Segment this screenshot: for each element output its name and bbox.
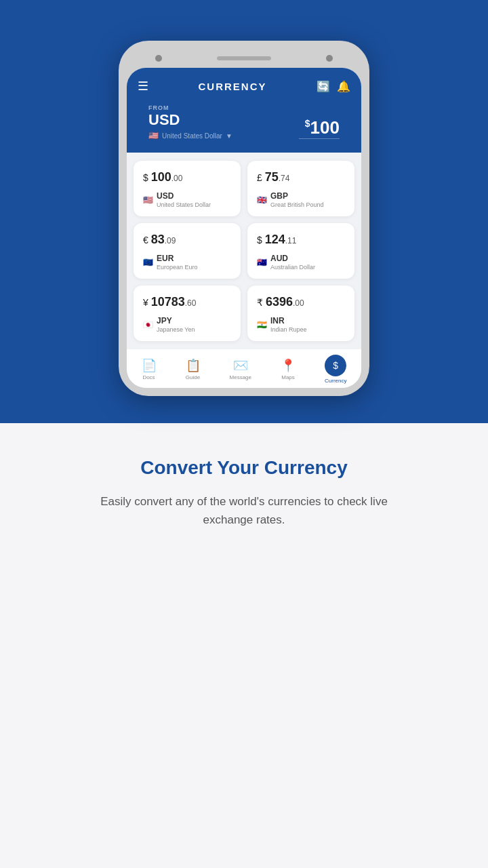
currency-decimal: .11 [285,236,297,245]
currency-value: £ 75.74 [257,170,345,184]
notification-icon[interactable]: 🔔 [337,80,350,93]
currency-card[interactable]: € 83.09 🇪🇺 EUR European Euro [134,223,241,279]
currency-flag: 🇺🇸 [143,195,153,205]
currency-whole: 6396 [266,295,293,309]
currency-info: USD United States Dollar [157,191,211,208]
from-flag: 🇺🇸 [148,131,159,140]
currency-symbol: £ [257,172,265,183]
phone-speaker [217,56,271,60]
currency-code: USD [157,191,211,201]
top-section: ☰ CURRENCY 🔄 🔔 FROM USD 🇺🇸 [0,0,488,423]
currency-symbol: ¥ [143,297,151,308]
currency-flag-row: 🇺🇸 USD United States Dollar [143,191,231,208]
nav-item-docs[interactable]: 📄 Docs [142,358,157,380]
currency-card[interactable]: ₹ 6396.00 🇮🇳 INR Indian Rupee [247,285,354,341]
currency-flag: 🇯🇵 [143,320,153,330]
currency-value: € 83.09 [143,233,231,247]
currency-flag-row: 🇮🇳 INR Indian Rupee [257,316,345,333]
nav-label-message: Message [230,374,251,380]
currency-whole: 83 [151,233,165,246]
currency-flag: 🇦🇺 [257,258,267,267]
currency-code: EUR [157,254,198,263]
currency-whole: 10783 [151,295,185,309]
from-amount-value: 100 [310,117,340,138]
phone-top-bar [127,49,361,68]
currency-whole: 124 [265,233,285,246]
app-title: CURRENCY [198,81,266,92]
currency-code: AUD [270,254,315,263]
nav-item-maps[interactable]: 📍 Maps [281,358,296,380]
currency-symbol: $ [257,235,265,245]
header-icons: 🔄 🔔 [317,80,350,93]
currency-code: INR [270,316,307,326]
currency-card[interactable]: $ 124.11 🇦🇺 AUD Australian Dollar [247,223,354,279]
bottom-nav: 📄 Docs 📋 Guide ✉️ Message 📍 Maps $ Curre… [127,349,361,388]
currency-value: $ 100.00 [143,170,231,184]
currency-whole: 100 [151,170,171,184]
app-header: ☰ CURRENCY 🔄 🔔 FROM USD 🇺🇸 [127,68,361,153]
from-amount-symbol: $ [305,118,310,129]
currency-full-name: Australian Dollar [270,264,315,271]
currency-card[interactable]: £ 75.74 🇬🇧 GBP Great British Pound [247,161,354,216]
nav-item-currency[interactable]: $ Currency [325,355,346,384]
nav-icon-message: ✉️ [233,358,248,373]
from-currency-row: USD 🇺🇸 United States Dollar ▼ $100 [148,111,340,140]
currency-flag-row: 🇬🇧 GBP Great British Pound [257,191,345,208]
from-amount-container: $100 [299,117,340,140]
phone-screen: ☰ CURRENCY 🔄 🔔 FROM USD 🇺🇸 [127,68,361,388]
currency-code: JPY [157,316,195,326]
currency-flag: 🇮🇳 [257,320,267,330]
nav-icon-currency: $ [325,355,346,376]
currency-value: ¥ 10783.60 [143,295,231,309]
currency-info: AUD Australian Dollar [270,254,315,271]
currency-symbol: ₹ [257,297,266,308]
currency-value: ₹ 6396.00 [257,295,345,309]
currency-flag-row: 🇯🇵 JPY Japanese Yen [143,316,231,333]
phone-shell: ☰ CURRENCY 🔄 🔔 FROM USD 🇺🇸 [119,41,369,396]
currency-decimal: .00 [293,298,304,308]
currency-decimal: .74 [279,174,290,183]
currency-card[interactable]: $ 100.00 🇺🇸 USD United States Dollar [134,161,241,216]
currency-symbol: € [143,235,151,245]
currency-info: EUR European Euro [157,254,198,271]
from-amount: $100 [305,117,340,138]
currency-card[interactable]: ¥ 10783.60 🇯🇵 JPY Japanese Yen [134,285,241,341]
menu-icon[interactable]: ☰ [138,79,148,94]
nav-label-currency: Currency [325,378,346,384]
currency-value: $ 124.11 [257,233,345,247]
currency-flag: 🇪🇺 [143,258,153,267]
promo-description: Easily convert any of the world's curren… [75,492,413,529]
nav-label-maps: Maps [281,374,295,380]
from-currency-name: USD [148,111,232,129]
currency-info: GBP Great British Pound [270,191,324,208]
from-label: FROM [148,104,340,111]
refresh-icon[interactable]: 🔄 [317,80,330,93]
currency-decimal: .60 [185,298,197,308]
currency-code: GBP [270,191,324,201]
currency-flag-row: 🇪🇺 EUR European Euro [143,254,231,271]
nav-icon-guide: 📋 [186,358,201,373]
phone-camera-right [326,55,333,62]
currency-flag: 🇬🇧 [257,195,267,205]
currency-decimal: .09 [165,236,176,245]
currency-info: INR Indian Rupee [270,316,307,333]
from-card: FROM USD 🇺🇸 United States Dollar ▼ [138,100,350,153]
currency-whole: 75 [265,170,279,184]
currency-info: JPY Japanese Yen [157,316,195,333]
nav-item-guide[interactable]: 📋 Guide [186,358,201,380]
nav-item-message[interactable]: ✉️ Message [230,358,251,380]
app-top-bar: ☰ CURRENCY 🔄 🔔 [138,75,350,100]
from-full-name: United States Dollar [162,132,222,140]
nav-icon-docs: 📄 [142,358,157,373]
currency-full-name: United States Dollar [157,201,211,208]
currency-full-name: European Euro [157,264,198,271]
nav-label-docs: Docs [142,374,155,380]
nav-label-guide: Guide [186,374,200,380]
from-currency-info: USD 🇺🇸 United States Dollar ▼ [148,111,232,140]
nav-icon-maps: 📍 [281,358,296,373]
from-flag-row[interactable]: 🇺🇸 United States Dollar ▼ [148,131,232,140]
bottom-section: Convert Your Currency Easily convert any… [0,423,488,868]
dropdown-arrow-icon[interactable]: ▼ [226,132,232,140]
from-amount-line [299,138,340,139]
currency-grid: $ 100.00 🇺🇸 USD United States Dollar £ 7… [127,153,361,349]
